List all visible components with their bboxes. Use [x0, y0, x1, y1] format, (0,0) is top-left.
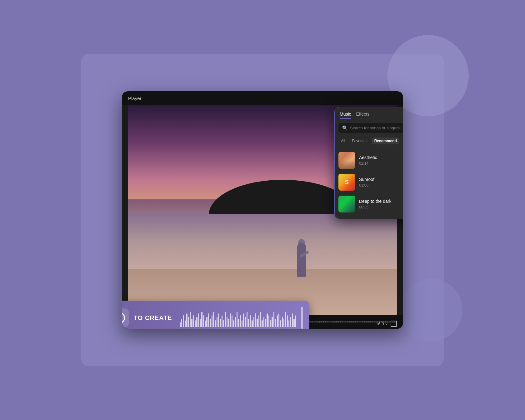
wave-bar — [278, 313, 279, 327]
song-thumbnail-deep — [338, 196, 355, 212]
wave-bar — [257, 319, 258, 328]
wave-bar — [290, 317, 291, 327]
wave-bar — [183, 315, 184, 328]
wave-bar — [270, 320, 271, 327]
filter-recommend[interactable]: Recommend — [372, 138, 399, 144]
wave-bar — [230, 313, 231, 327]
wave-bar — [235, 317, 236, 327]
song-thumbnail-sunroof — [338, 174, 355, 191]
song-info-sunroof: Sunroof 01:00 — [359, 177, 403, 188]
wave-bar — [196, 317, 197, 327]
music-note-icon — [122, 312, 125, 323]
wave-bar — [217, 317, 218, 327]
filter-pop[interactable]: Pop — [401, 138, 403, 144]
wave-bar — [272, 317, 272, 327]
song-name-aesthetic: Aesthetic — [359, 155, 403, 160]
player-tablet: Player 16:9 ∨ — [122, 91, 403, 329]
wave-bar — [242, 320, 242, 327]
wave-bar — [258, 315, 259, 328]
thumb-aesthetic-img — [338, 152, 355, 169]
wave-bar — [222, 315, 222, 328]
wave-bar — [233, 320, 234, 327]
wave-bar — [273, 312, 274, 328]
thumb-deep-img — [338, 196, 355, 212]
song-item-aesthetic[interactable]: Aesthetic 02:14 — [335, 149, 403, 171]
tab-music[interactable]: Music — [340, 112, 351, 119]
wave-bar — [238, 319, 239, 328]
filter-all[interactable]: All — [338, 138, 348, 144]
wave-bar — [275, 319, 276, 328]
wave-bar — [280, 320, 281, 327]
filter-favorites[interactable]: Favorites — [349, 138, 370, 144]
wave-bar — [293, 319, 294, 328]
wave-bar — [223, 320, 224, 327]
music-track-bar[interactable]: TO CREATE — [122, 301, 309, 329]
wave-bar — [208, 313, 209, 327]
wave-bar — [212, 315, 212, 328]
wave-bar — [253, 317, 254, 327]
search-bar[interactable]: 🔍 — [338, 123, 403, 133]
wave-bar — [210, 319, 211, 328]
wave-bar — [255, 313, 256, 327]
song-item-deep[interactable]: Deep to the dark 00:35 — [335, 193, 403, 215]
panel-header: Music Effects « — [335, 107, 403, 119]
beach-water — [128, 214, 397, 273]
wave-bar — [191, 319, 192, 328]
song-list: Aesthetic 02:14 Sunroof 01:00 — [335, 148, 403, 219]
wave-bar — [205, 320, 206, 327]
wave-bar — [243, 313, 244, 327]
wave-bar — [277, 315, 278, 328]
wave-bar — [237, 312, 238, 328]
wave-bar — [250, 315, 251, 328]
woman-body — [297, 243, 306, 277]
wave-bar — [285, 312, 286, 328]
player-bottom-controls: 16:9 ∨ — [376, 321, 397, 327]
wave-bar — [213, 312, 214, 328]
wave-bar — [295, 315, 296, 328]
aspect-ratio-button[interactable]: 16:9 ∨ — [376, 322, 388, 326]
wave-bar — [282, 317, 283, 327]
song-item-sunroof[interactable]: Sunroof 01:00 — [335, 171, 403, 193]
tab-effects[interactable]: Effects — [356, 112, 370, 119]
wave-bar — [247, 312, 248, 328]
song-duration-sunroof: 01:00 — [359, 183, 403, 188]
wave-bar — [228, 319, 229, 328]
song-duration-deep: 00:35 — [359, 205, 403, 209]
woman-figure — [292, 227, 311, 277]
track-handle-right[interactable] — [301, 307, 303, 329]
deco-circle-bottom — [400, 279, 462, 341]
wave-bar — [190, 312, 191, 328]
wave-bar — [262, 320, 262, 327]
panel-tabs: Music Effects — [340, 112, 369, 119]
wave-bar — [265, 319, 266, 328]
wave-bar — [227, 317, 228, 327]
wave-bar — [185, 320, 186, 327]
player-label: Player — [128, 96, 142, 101]
search-input[interactable] — [350, 126, 403, 130]
wave-bar — [198, 313, 199, 327]
music-track-label: TO CREATE — [134, 314, 172, 322]
wave-bar — [267, 313, 268, 327]
wave-bar — [245, 317, 246, 327]
filter-tabs: All Favorites Recommend Pop ▾ — [335, 137, 403, 148]
wave-bar — [288, 320, 289, 327]
wave-bar — [292, 313, 293, 327]
wave-bar — [283, 319, 284, 328]
waveform — [180, 308, 296, 327]
player-title-bar: Player — [122, 91, 403, 105]
wave-bar — [195, 320, 196, 327]
music-track-icon — [122, 308, 129, 327]
song-info-deep: Deep to the dark 00:35 — [359, 199, 403, 209]
song-name-sunroof: Sunroof — [359, 177, 403, 182]
wave-bar — [215, 320, 216, 327]
outer-background: Player 16:9 ∨ — [81, 54, 444, 366]
wave-bar — [181, 319, 182, 328]
wave-bar — [240, 315, 241, 328]
wave-bar — [203, 315, 204, 328]
wave-bar — [188, 317, 189, 327]
wave-bar — [201, 312, 202, 328]
wave-bar — [200, 319, 201, 328]
fullscreen-icon[interactable] — [391, 321, 397, 327]
wave-bar — [206, 317, 207, 327]
wave-bar — [225, 312, 226, 328]
